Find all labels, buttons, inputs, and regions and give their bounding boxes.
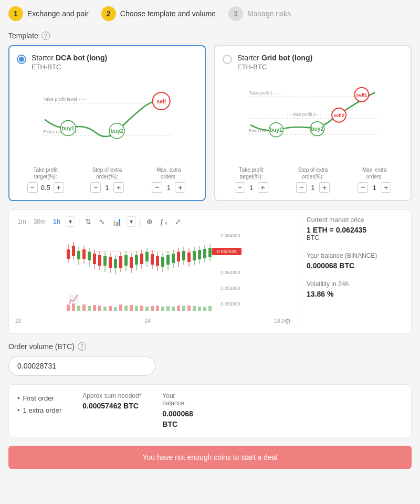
timeframe-1m[interactable]: 1m	[15, 217, 28, 226]
svg-rect-92	[88, 306, 91, 311]
dca-card-header: Starter DCA bot (long) ETH-BTC	[17, 54, 197, 71]
stepper: 1 Exchange and pair 2 Choose template an…	[8, 6, 412, 21]
svg-rect-79	[187, 253, 191, 262]
balance-section-value: 0.000068BTC	[162, 409, 193, 429]
grid-step-plus[interactable]: +	[319, 182, 330, 193]
svg-rect-81	[193, 251, 196, 260]
svg-text:Take profit level - - -: Take profit level - - -	[43, 97, 86, 102]
grid-pair: ETH-BTC	[237, 63, 312, 71]
svg-rect-39	[82, 249, 86, 259]
dca-max-minus[interactable]: −	[152, 182, 162, 193]
grid-step-value: 1	[310, 184, 316, 192]
svg-rect-59	[135, 255, 138, 265]
svg-text:sell: sell	[157, 99, 166, 104]
step-1-circle: 1	[8, 6, 23, 21]
template-card-grid[interactable]: Starter Grid bot (long) ETH-BTC Take pro…	[214, 45, 412, 201]
svg-rect-109	[177, 306, 180, 311]
dca-step-plus[interactable]: +	[113, 182, 124, 193]
svg-rect-49	[109, 257, 112, 268]
order-info-items: •First order •1 extra order	[17, 392, 61, 417]
grid-profit-plus[interactable]: +	[258, 182, 268, 193]
x-label-23: 23	[15, 318, 21, 324]
indicators-icon[interactable]: ⇅	[83, 216, 93, 227]
dca-radio[interactable]	[17, 55, 26, 64]
svg-rect-110	[182, 306, 185, 311]
svg-rect-88	[67, 304, 70, 311]
svg-rect-112	[193, 306, 196, 311]
grid-max-plus[interactable]: +	[381, 182, 391, 193]
svg-rect-35	[72, 246, 75, 256]
chart-x-labels: 23 24 18:0	[15, 316, 285, 326]
grid-profit-minus[interactable]: −	[235, 182, 245, 193]
svg-rect-95	[103, 307, 107, 311]
dca-profit-minus[interactable]: −	[27, 182, 38, 193]
svg-rect-67	[156, 256, 159, 266]
svg-rect-65	[151, 254, 154, 265]
template-grid: Starter DCA bot (long) ETH-BTC Take prof…	[8, 45, 412, 201]
svg-rect-45	[98, 255, 101, 266]
svg-rect-55	[124, 255, 128, 266]
order-item-1: •First order	[17, 392, 61, 404]
volatility-value: 13.86 %	[307, 290, 405, 298]
svg-rect-89	[72, 303, 75, 311]
svg-rect-104	[151, 306, 154, 311]
svg-text:buy1: buy1	[62, 125, 75, 131]
svg-rect-114	[203, 307, 206, 311]
dca-stats: Take profittarget(%): − 0.5 + Step of ex…	[17, 166, 197, 193]
dca-profit-plus[interactable]: +	[54, 182, 64, 193]
x-label-24: 24	[145, 318, 151, 324]
svg-rect-75	[177, 252, 180, 261]
price-unit: BTC	[307, 234, 405, 242]
svg-text:📈: 📈	[68, 294, 79, 304]
order-volume-input-wrap[interactable]	[8, 356, 155, 376]
svg-rect-97	[114, 307, 117, 311]
dca-step-minus[interactable]: −	[90, 182, 101, 193]
grid-max-minus[interactable]: −	[358, 182, 368, 193]
chart-type-dropdown[interactable]: ▾	[127, 216, 136, 227]
volatility-section: Volatility in 24h 13.86 %	[307, 280, 405, 298]
balance-section-label: Yourbalance	[162, 392, 193, 407]
formula-icon[interactable]: ƒₓ	[158, 216, 170, 227]
dca-max-value: 1	[165, 184, 172, 192]
svg-rect-94	[98, 306, 101, 311]
grid-radio[interactable]	[223, 55, 232, 64]
grid-stat-step: Step of extraorder(%): − 1 +	[284, 166, 341, 193]
step-2-circle: 2	[101, 6, 116, 21]
chart-type-icon[interactable]: 📊	[110, 216, 123, 227]
chart-settings-icon[interactable]: ⚙	[285, 317, 291, 326]
step-2: 2 Choose template and volume	[101, 6, 216, 21]
svg-rect-106	[161, 307, 164, 311]
chart-area: 1m 30m 1h ▾ | ⇅ ∿ 📊 ▾ | ⊕ ƒₓ ⤢	[15, 216, 291, 327]
order-volume-input[interactable]	[17, 362, 146, 370]
step-1: 1 Exchange and pair	[8, 6, 89, 21]
svg-rect-91	[82, 304, 86, 311]
svg-text:buy2: buy2	[111, 128, 123, 134]
svg-rect-87	[208, 248, 212, 257]
timeframe-dropdown[interactable]: ▾	[66, 216, 75, 227]
template-help-icon[interactable]: ?	[41, 32, 50, 40]
order-volume-help-icon[interactable]: ?	[78, 342, 86, 351]
svg-text:Take profit 1 - - - -: Take profit 1 - - - -	[249, 91, 283, 96]
svg-rect-90	[77, 306, 80, 311]
svg-rect-113	[198, 307, 201, 311]
svg-rect-100	[130, 305, 133, 311]
x-label-180: 18:0	[275, 318, 285, 324]
expand-icon[interactable]: ⤢	[173, 216, 183, 227]
drawing-icon[interactable]: ∿	[97, 216, 107, 227]
svg-rect-98	[119, 304, 122, 311]
svg-rect-108	[172, 307, 175, 311]
timeframe-1h[interactable]: 1h	[51, 217, 62, 226]
template-card-dca[interactable]: Starter DCA bot (long) ETH-BTC Take prof…	[8, 45, 206, 201]
price-chart-svg: 0.064000 0.062000 0.060000 0.058000 0.05…	[15, 231, 291, 315]
svg-text:- - Take profit 2 - -: - - Take profit 2 - -	[287, 112, 321, 117]
svg-rect-69	[161, 257, 164, 267]
grid-step-minus[interactable]: −	[296, 182, 307, 193]
page-container: 1 Exchange and pair 2 Choose template an…	[0, 0, 420, 475]
add-indicator-icon[interactable]: ⊕	[144, 216, 155, 227]
dca-max-plus[interactable]: +	[175, 182, 185, 193]
candlestick-chart: 0.064000 0.062000 0.060000 0.058000 0.05…	[15, 231, 291, 315]
svg-rect-101	[135, 306, 138, 311]
timeframe-30m[interactable]: 30m	[32, 217, 48, 226]
chart-toolbar: 1m 30m 1h ▾ | ⇅ ∿ 📊 ▾ | ⊕ ƒₓ ⤢	[15, 216, 291, 227]
svg-rect-96	[109, 306, 112, 311]
